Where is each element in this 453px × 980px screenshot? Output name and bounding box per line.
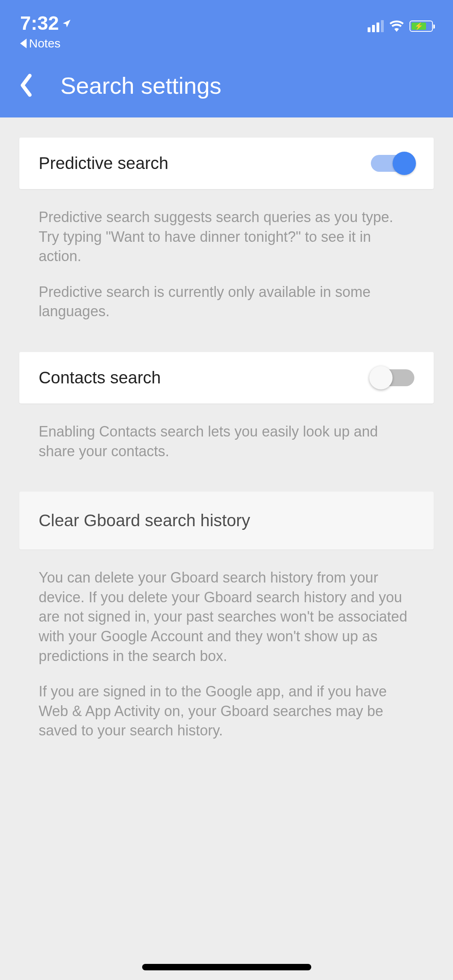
time: 7:32: [20, 12, 59, 34]
wifi-icon: [389, 21, 404, 32]
charging-bolt-icon: ⚡: [414, 22, 423, 31]
page-title: Search settings: [60, 72, 221, 99]
status-right: ⚡: [368, 12, 433, 32]
back-app-label: Notes: [29, 37, 60, 50]
location-icon: [62, 19, 72, 28]
predictive-desc-2: Predictive search is currently only avai…: [39, 282, 414, 321]
back-button[interactable]: [16, 73, 36, 97]
predictive-search-toggle[interactable]: [371, 155, 414, 172]
clear-history-description: You can delete your Gboard search histor…: [19, 550, 434, 759]
predictive-desc-1: Predictive search suggests search querie…: [39, 208, 414, 266]
status-left: 7:32 Notes: [20, 12, 72, 50]
back-to-app[interactable]: Notes: [20, 37, 60, 50]
clear-history-desc-2: If you are signed in to the Google app, …: [39, 682, 414, 741]
contacts-search-description: Enabling Contacts search lets you easily…: [19, 404, 434, 480]
clear-history-desc-1: You can delete your Gboard search histor…: [39, 568, 414, 666]
battery-icon: ⚡: [410, 21, 433, 32]
clear-history-label: Clear Gboard search history: [39, 511, 414, 530]
clear-history-button[interactable]: Clear Gboard search history: [19, 492, 434, 550]
predictive-search-label: Predictive search: [39, 154, 168, 173]
home-indicator[interactable]: [142, 964, 311, 970]
predictive-search-description: Predictive search suggests search querie…: [19, 189, 434, 340]
settings-content: Predictive search Predictive search sugg…: [0, 117, 453, 759]
contacts-search-label: Contacts search: [39, 368, 161, 387]
contacts-desc: Enabling Contacts search lets you easily…: [39, 422, 414, 461]
status-bar: 7:32 Notes ⚡: [0, 0, 453, 53]
contacts-search-row[interactable]: Contacts search: [19, 352, 434, 404]
predictive-search-row[interactable]: Predictive search: [19, 138, 434, 189]
back-triangle-icon: [20, 39, 27, 48]
app-header: Search settings: [0, 53, 453, 117]
contacts-search-toggle[interactable]: [371, 369, 414, 386]
cellular-signal-icon: [368, 20, 384, 32]
time-display: 7:32: [20, 12, 72, 34]
